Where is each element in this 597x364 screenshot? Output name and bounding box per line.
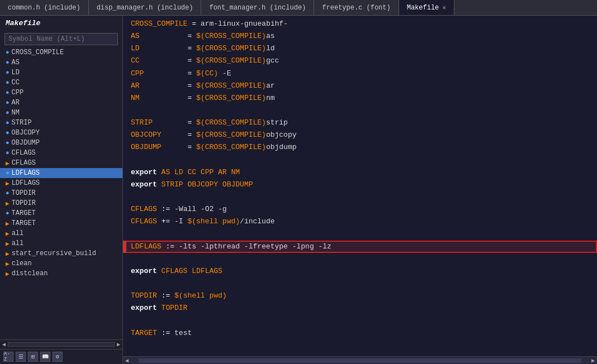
scroll-track: [8, 342, 115, 347]
code-line: [123, 191, 597, 203]
sidebar-list-container: ●CROSS_COMPILE●AS●LD●CC●CPP●AR●NM●STRIP●…: [0, 47, 122, 339]
scroll-right-icon[interactable]: ▶: [117, 341, 120, 348]
arrow-icon: ▶: [6, 200, 10, 207]
circle-icon: ●: [6, 150, 10, 156]
list-item[interactable]: ▶distclean: [0, 269, 122, 279]
sidebar-item-label: OBJCOPY: [12, 129, 40, 137]
list-item[interactable]: ●LDFLAGS: [0, 168, 122, 178]
symbol-search-input[interactable]: [4, 33, 118, 45]
sidebar-horizontal-scroll[interactable]: ◀ ▶: [0, 339, 122, 349]
list-item[interactable]: ▶LDFLAGS: [0, 178, 122, 188]
code-line: [123, 314, 597, 327]
scroll-right-code-icon[interactable]: ▶: [589, 357, 597, 364]
sidebar-item-label: CROSS_COMPILE: [12, 49, 64, 56]
sidebar-item-label: OBJDUMP: [12, 139, 40, 147]
list-item[interactable]: ●CFLAGS: [0, 148, 122, 158]
sort-alpha-button[interactable]: A-Z: [3, 352, 13, 362]
code-area: CROSS_COMPILE = arm-linux-gnueabihf-AS =…: [123, 16, 597, 356]
list-item[interactable]: ●TOPDIR: [0, 188, 122, 198]
tab-disp-h[interactable]: disp_manager.h (include): [89, 0, 202, 15]
sidebar-item-label: AR: [12, 99, 20, 107]
code-line: NM = $(CROSS_COMPILE)nm: [123, 92, 597, 104]
code-line: CROSS_COMPILE = arm-linux-gnueabihf-: [123, 18, 597, 30]
code-line: [123, 277, 597, 290]
code-line: CC = $(CROSS_COMPILE)gcc: [123, 55, 597, 67]
circle-icon: ●: [6, 190, 10, 197]
arrow-icon: ▶: [6, 260, 10, 267]
list-item[interactable]: ●LD: [0, 68, 122, 78]
grid-view-button[interactable]: ⊞: [28, 352, 38, 362]
scroll-left-icon[interactable]: ◀: [2, 341, 6, 348]
sidebar-item-label: AS: [12, 59, 20, 66]
arrow-icon: ▶: [6, 270, 10, 277]
circle-icon: ●: [6, 99, 10, 106]
arrow-icon: ▶: [6, 240, 10, 247]
circle-icon: ●: [6, 69, 10, 76]
circle-icon: ●: [6, 109, 10, 116]
tab-font-h[interactable]: font_manager.h (include): [201, 0, 314, 15]
sidebar-item-label: LD: [12, 69, 20, 76]
list-item[interactable]: ●CC: [0, 78, 122, 88]
list-item[interactable]: ●AR: [0, 98, 122, 108]
code-line: [123, 154, 597, 166]
code-line: [123, 104, 597, 117]
list-item[interactable]: ●OBJCOPY: [0, 128, 122, 138]
sidebar-item-label: all: [12, 229, 24, 237]
circle-icon: ●: [6, 210, 10, 217]
list-item[interactable]: ▶all: [0, 238, 122, 248]
sidebar-item-label: TARGET: [12, 209, 36, 217]
sidebar: Makefile ●CROSS_COMPILE●AS●LD●CC●CPP●AR●…: [0, 16, 123, 364]
settings-icon-button[interactable]: ⚙: [53, 352, 63, 362]
code-hscroll-track: [139, 358, 581, 363]
list-item[interactable]: ●TARGET: [0, 208, 122, 218]
code-line: OBJCOPY = $(CROSS_COMPILE)objcopy: [123, 129, 597, 141]
list-item[interactable]: ●CPP: [0, 88, 122, 98]
circle-icon: ●: [6, 79, 10, 86]
list-item[interactable]: ●AS: [0, 58, 122, 68]
code-bottom-scroll[interactable]: ◀ ▶: [123, 356, 597, 364]
arrow-icon: ▶: [6, 220, 10, 227]
code-line: [123, 228, 597, 240]
close-icon[interactable]: ✕: [442, 4, 446, 11]
arrow-icon: ▶: [6, 250, 10, 257]
code-line: CFLAGS += -I $(shell pwd)/include: [123, 215, 597, 228]
list-item[interactable]: ●OBJDUMP: [0, 138, 122, 148]
code-line: STRIP = $(CROSS_COMPILE)strip: [123, 117, 597, 129]
tab-freetype-c[interactable]: freetype.c (font): [314, 0, 399, 15]
list-item[interactable]: ▶TOPDIR: [0, 198, 122, 208]
code-line: AS = $(CROSS_COMPILE)as: [123, 30, 597, 42]
circle-icon: ●: [6, 130, 10, 136]
list-item[interactable]: ▶clean: [0, 258, 122, 269]
code-line: LDFLAGS := -lts -lpthread -lfreetype -lp…: [123, 241, 597, 253]
list-item[interactable]: ●NM: [0, 108, 122, 118]
tabs-bar: common.h (include) disp_manager.h (inclu…: [0, 0, 597, 16]
circle-icon: ●: [6, 49, 10, 56]
list-item[interactable]: ▶CFLAGS: [0, 158, 122, 168]
sidebar-item-label: clean: [12, 260, 32, 267]
circle-icon: ●: [6, 89, 10, 96]
sidebar-item-label: CFLAGS: [12, 159, 36, 167]
scroll-left-code-icon[interactable]: ◀: [123, 357, 131, 364]
book-icon-button[interactable]: 📖: [40, 352, 50, 362]
sidebar-item-label: CC: [12, 79, 20, 87]
list-item[interactable]: ▶all: [0, 228, 122, 238]
list-item[interactable]: ●CROSS_COMPILE: [0, 47, 122, 58]
list-item[interactable]: ▶start_recursive_build: [0, 248, 122, 258]
circle-icon: ●: [6, 140, 10, 146]
sidebar-item-label: start_recursive_build: [12, 250, 96, 257]
code-line: LD = $(CROSS_COMPILE)ld: [123, 42, 597, 55]
code-line: export CFLAGS LDFLAGS: [123, 265, 597, 277]
code-line: CFLAGS := -Wall -O2 -g: [123, 203, 597, 215]
code-line: OBJDUMP = $(CROSS_COMPILE)objdump: [123, 141, 597, 154]
sidebar-item-label: CPP: [12, 89, 24, 97]
tab-common-h[interactable]: common.h (include): [0, 0, 89, 15]
main-layout: Makefile ●CROSS_COMPILE●AS●LD●CC●CPP●AR●…: [0, 16, 597, 364]
arrow-icon: ▶: [6, 160, 10, 167]
sidebar-item-label: CFLAGS: [12, 149, 36, 157]
circle-icon: ●: [6, 119, 10, 126]
tab-makefile[interactable]: Makefile ✕: [399, 0, 454, 15]
list-item[interactable]: ▶TARGET: [0, 218, 122, 228]
arrow-icon: ▶: [6, 230, 10, 237]
list-view-button[interactable]: ☰: [16, 352, 26, 362]
list-item[interactable]: ●STRIP: [0, 118, 122, 128]
